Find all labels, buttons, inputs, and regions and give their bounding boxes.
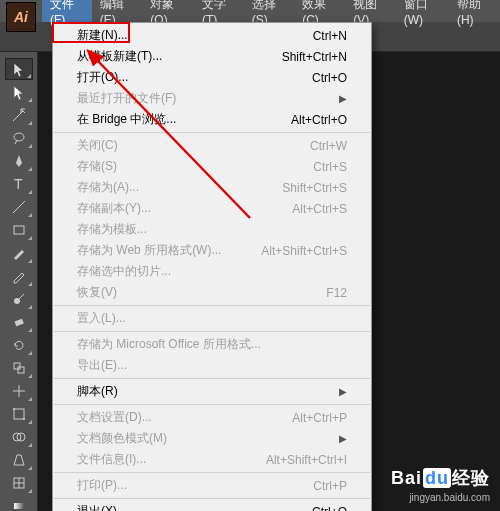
- menu-item-label: 关闭(C): [77, 137, 118, 154]
- svg-rect-3: [14, 226, 24, 234]
- tool-blob-brush[interactable]: [5, 288, 33, 310]
- menu-item-5-1: 文档颜色模式(M)▶: [53, 428, 371, 449]
- svg-rect-7: [18, 367, 24, 373]
- menu-item-2-0: 置入(L)...: [53, 308, 371, 329]
- tool-selection[interactable]: [5, 58, 33, 80]
- menu-item-shortcut: Ctrl+P: [313, 479, 347, 493]
- menubar-item-6[interactable]: 视图(V): [345, 0, 395, 22]
- menubar-item-4[interactable]: 选择(S): [244, 0, 294, 22]
- tool-perspective[interactable]: [5, 449, 33, 471]
- menu-separator: [54, 472, 370, 473]
- menu-item-0-0[interactable]: 新建(N)...Ctrl+N: [53, 25, 371, 46]
- svg-rect-6: [14, 363, 20, 369]
- tool-magic-wand[interactable]: [5, 104, 33, 126]
- watermark: Baidu经验 jingyan.baidu.com: [391, 466, 490, 503]
- menu-item-4-0[interactable]: 脚本(R)▶: [53, 381, 371, 402]
- tool-gradient[interactable]: [5, 495, 33, 511]
- tool-shape-builder[interactable]: [5, 426, 33, 448]
- menubar-item-3[interactable]: 文字(T): [194, 0, 244, 22]
- menu-item-shortcut: Ctrl+O: [312, 71, 347, 85]
- menu-item-1-2: 存储为(A)...Shift+Ctrl+S: [53, 177, 371, 198]
- menubar-item-5[interactable]: 效果(C): [294, 0, 345, 22]
- watermark-url: jingyan.baidu.com: [391, 492, 490, 503]
- menubar: 文件(F)编辑(E)对象(O)文字(T)选择(S)效果(C)视图(V)窗口(W)…: [0, 0, 500, 22]
- tool-free-transform[interactable]: [5, 403, 33, 425]
- menu-item-label: 导出(E)...: [77, 357, 127, 374]
- menu-item-1-7: 恢复(V)F12: [53, 282, 371, 303]
- tool-eraser[interactable]: [5, 311, 33, 333]
- svg-point-9: [13, 408, 15, 410]
- menu-item-shortcut: Ctrl+Q: [312, 505, 347, 512]
- menu-item-label: 在 Bridge 中浏览...: [77, 111, 176, 128]
- submenu-arrow-icon: ▶: [339, 386, 347, 397]
- menu-item-label: 存储为 Web 所用格式(W)...: [77, 242, 221, 259]
- menubar-item-0[interactable]: 文件(F): [42, 0, 92, 22]
- menu-item-label: 恢复(V): [77, 284, 117, 301]
- menu-item-3-1: 导出(E)...: [53, 355, 371, 376]
- menu-item-label: 脚本(R): [77, 383, 118, 400]
- menu-item-shortcut: Alt+Shift+Ctrl+S: [261, 244, 347, 258]
- menu-item-label: 退出(X): [77, 503, 117, 511]
- menu-item-0-2[interactable]: 打开(O)...Ctrl+O: [53, 67, 371, 88]
- tool-rectangle[interactable]: [5, 219, 33, 241]
- menu-item-1-5: 存储为 Web 所用格式(W)...Alt+Shift+Ctrl+S: [53, 240, 371, 261]
- menubar-item-1[interactable]: 编辑(E): [92, 0, 142, 22]
- menu-separator: [54, 132, 370, 133]
- menu-item-0-1[interactable]: 从模板新建(T)...Shift+Ctrl+N: [53, 46, 371, 67]
- menu-item-label: 文件信息(I)...: [77, 451, 146, 468]
- menu-item-shortcut: Ctrl+N: [313, 29, 347, 43]
- submenu-arrow-icon: ▶: [339, 433, 347, 444]
- menu-item-label: 存储副本(Y)...: [77, 200, 151, 217]
- menu-item-0-3: 最近打开的文件(F)▶: [53, 88, 371, 109]
- menu-item-shortcut: Shift+Ctrl+N: [282, 50, 347, 64]
- svg-rect-8: [14, 409, 24, 419]
- tool-scale[interactable]: [5, 357, 33, 379]
- menu-item-shortcut: Alt+Ctrl+S: [292, 202, 347, 216]
- menu-item-label: 最近打开的文件(F): [77, 90, 176, 107]
- app-icon: Ai: [6, 2, 36, 32]
- svg-line-2: [13, 201, 25, 213]
- tool-paintbrush[interactable]: [5, 242, 33, 264]
- menu-item-shortcut: Ctrl+W: [310, 139, 347, 153]
- svg-rect-14: [14, 503, 24, 509]
- submenu-arrow-icon: ▶: [339, 93, 347, 104]
- tool-pencil[interactable]: [5, 265, 33, 287]
- menu-item-7-0[interactable]: 退出(X)Ctrl+Q: [53, 501, 371, 511]
- watermark-brand-b: du: [423, 468, 451, 488]
- menu-item-5-0: 文档设置(D)...Alt+Ctrl+P: [53, 407, 371, 428]
- menu-item-label: 文档颜色模式(M): [77, 430, 167, 447]
- menu-separator: [54, 498, 370, 499]
- menu-item-label: 文档设置(D)...: [77, 409, 152, 426]
- menu-item-1-4: 存储为模板...: [53, 219, 371, 240]
- watermark-brand-c: 经验: [452, 468, 490, 488]
- menu-item-shortcut: Alt+Shift+Ctrl+I: [266, 453, 347, 467]
- tool-lasso[interactable]: [5, 127, 33, 149]
- tool-pen[interactable]: [5, 150, 33, 172]
- menu-item-label: 新建(N)...: [77, 27, 128, 44]
- menu-item-shortcut: F12: [326, 286, 347, 300]
- menubar-item-7[interactable]: 窗口(W): [396, 0, 449, 22]
- tool-rotate[interactable]: [5, 334, 33, 356]
- menu-item-6-0: 打印(P)...Ctrl+P: [53, 475, 371, 496]
- svg-rect-5: [14, 319, 23, 326]
- menu-item-0-4[interactable]: 在 Bridge 中浏览...Alt+Ctrl+O: [53, 109, 371, 130]
- menu-item-label: 存储(S): [77, 158, 117, 175]
- menu-item-label: 存储选中的切片...: [77, 263, 171, 280]
- tool-type[interactable]: T: [5, 173, 33, 195]
- tool-direct-selection[interactable]: [5, 81, 33, 103]
- menu-item-label: 打开(O)...: [77, 69, 128, 86]
- tool-mesh[interactable]: [5, 472, 33, 494]
- menu-item-shortcut: Ctrl+S: [313, 160, 347, 174]
- menubar-item-8[interactable]: 帮助(H): [449, 0, 500, 22]
- svg-text:T: T: [14, 176, 23, 192]
- menu-item-shortcut: Alt+Ctrl+O: [291, 113, 347, 127]
- svg-point-10: [23, 418, 25, 420]
- tool-line[interactable]: [5, 196, 33, 218]
- menu-item-1-3: 存储副本(Y)...Alt+Ctrl+S: [53, 198, 371, 219]
- file-menu-dropdown: 新建(N)...Ctrl+N从模板新建(T)...Shift+Ctrl+N打开(…: [52, 22, 372, 511]
- menu-item-1-1: 存储(S)Ctrl+S: [53, 156, 371, 177]
- tool-width[interactable]: [5, 380, 33, 402]
- menubar-item-2[interactable]: 对象(O): [142, 0, 194, 22]
- menu-separator: [54, 305, 370, 306]
- menu-item-5-2: 文件信息(I)...Alt+Shift+Ctrl+I: [53, 449, 371, 470]
